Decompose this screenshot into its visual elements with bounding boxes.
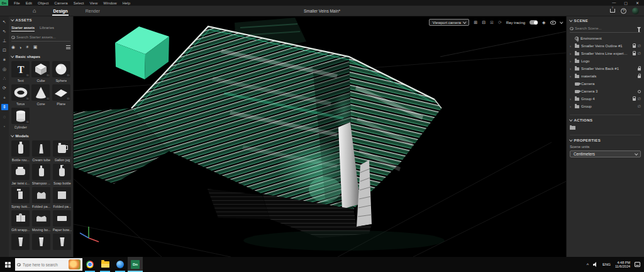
user-avatar[interactable] [632, 8, 639, 14]
taskbar-clock[interactable]: 4:48 PM 11/6/2024 [615, 261, 630, 269]
language-indicator[interactable]: ENG [602, 263, 611, 266]
select-tool-icon[interactable]: ↖ [1, 19, 8, 25]
denoise-icon[interactable]: ◈ [542, 20, 545, 25]
lights-filter-icon[interactable]: ☀ [25, 45, 29, 50]
asset-card-cone[interactable]: 3D Cone [31, 84, 50, 106]
direct-select-tool-icon[interactable]: ⇖ [1, 28, 8, 35]
asset-card-plane[interactable]: 3D Plane [52, 84, 70, 106]
menu-help[interactable]: Help [123, 1, 130, 5]
viewport-camera-dropdown[interactable]: Viewport camera [429, 19, 469, 26]
visibility-off-icon[interactable]: ∅ [638, 97, 641, 101]
sample-tool-icon[interactable]: ◎ [1, 66, 8, 72]
assets-search-input[interactable] [16, 35, 70, 39]
menu-edit[interactable]: Edit [26, 1, 32, 5]
list-view-icon[interactable] [66, 45, 70, 50]
expander-icon[interactable]: › [570, 59, 573, 63]
maximize-button[interactable]: ▢ [624, 1, 628, 5]
asset-card-model[interactable]: Gallon jug [53, 140, 72, 162]
asset-card-model[interactable]: Cream tube [32, 140, 51, 162]
ai-select-tool-icon[interactable]: ∴ [1, 76, 8, 82]
magic-wand-tool-icon[interactable]: ∗ [1, 57, 8, 63]
active-camera-icon[interactable] [638, 90, 641, 93]
expander-icon[interactable]: › [570, 105, 573, 108]
taskbar-search[interactable] [15, 258, 82, 271]
materials-filter-icon[interactable]: ◑ [19, 45, 21, 50]
asset-card-torus[interactable]: 3D Torus [11, 84, 30, 106]
taskbar-dimension-icon[interactable]: Dn [128, 257, 143, 272]
start-button[interactable] [0, 257, 15, 272]
asset-card-text[interactable]: T3D Text [11, 61, 30, 82]
scene-units-dropdown[interactable]: Centimeters [570, 150, 641, 157]
scene-search-input[interactable] [575, 26, 635, 30]
camera-add-icon[interactable]: ⊞ [474, 20, 477, 25]
actions-panel-header[interactable]: ACTIONS [570, 118, 641, 122]
asset-card-model[interactable]: Paper bow... [53, 210, 72, 232]
menu-object[interactable]: Object [38, 1, 48, 5]
filter-icon[interactable] [637, 27, 641, 30]
models-header[interactable]: Models [11, 133, 70, 138]
lock-icon[interactable] [633, 45, 636, 48]
align-to-ground-tool-icon[interactable]: ⊥ [1, 38, 8, 44]
menu-window[interactable]: Window [103, 1, 116, 5]
asset-card-model[interactable]: Moving bo... [32, 210, 51, 232]
scene-item-materials[interactable]: › materials [570, 72, 641, 80]
asset-card-cube[interactable]: 3D Cube [31, 61, 50, 82]
news-widget-thumbnail[interactable] [69, 259, 80, 269]
scene-panel-header[interactable]: SCENE [570, 19, 641, 23]
asset-card-model[interactable]: Folded pa... [32, 187, 51, 208]
home-icon[interactable]: ⌂ [33, 8, 36, 14]
scene-item-camera[interactable]: Camera [570, 80, 641, 88]
asset-card-model[interactable] [32, 234, 51, 250]
share-icon[interactable] [610, 9, 615, 13]
lock-icon[interactable] [633, 53, 636, 55]
asset-card-sphere[interactable]: 3D Sphere [52, 61, 70, 82]
hidden-icons-chevron[interactable]: ^ [587, 263, 589, 267]
menu-select[interactable]: Select [74, 1, 84, 5]
zoom-tool-icon[interactable]: ◌ [1, 113, 8, 120]
visibility-off-icon[interactable]: ∅ [638, 44, 641, 48]
asset-card-model[interactable]: Shampoo ... [32, 164, 51, 185]
help-icon[interactable]: ? [621, 8, 626, 14]
scene-item-environment[interactable]: Environment [570, 35, 641, 42]
tab-design[interactable]: Design [52, 6, 68, 16]
volume-icon[interactable] [593, 262, 598, 267]
taskbar-edge-icon[interactable] [113, 257, 128, 272]
scene-item-logo[interactable]: › Logo [570, 57, 641, 65]
menu-file[interactable]: File [14, 1, 20, 5]
asset-card-model[interactable]: Folded pa... [53, 187, 72, 208]
taskbar-explorer-icon[interactable] [97, 257, 113, 272]
expander-icon[interactable]: › [570, 52, 573, 55]
scene-item-group-4[interactable]: › Group 4 ∅ [570, 95, 641, 103]
tab-render[interactable]: Render [85, 6, 101, 16]
action-center-icon[interactable] [635, 262, 640, 267]
scene-item-camera-3[interactable]: Camera 3 [570, 88, 641, 95]
taskbar-search-input[interactable] [23, 263, 64, 267]
asset-card-model[interactable] [11, 234, 30, 250]
new-group-action-icon[interactable] [570, 126, 575, 130]
tab-starter-assets[interactable]: Starter assets [11, 26, 35, 31]
images-filter-icon[interactable]: ▣ [33, 45, 38, 50]
asset-card-model[interactable]: Soap bottle [53, 164, 72, 185]
taskbar-chrome-icon[interactable] [82, 257, 97, 272]
transform-tool-icon[interactable]: ⊡ [1, 47, 8, 54]
green-cube-bright[interactable] [115, 26, 169, 79]
expander-icon[interactable]: › [570, 44, 573, 48]
orbit-tool-icon[interactable]: ⟳ [1, 85, 8, 91]
view-options-eye-icon[interactable] [550, 21, 556, 25]
dolly-tool-icon[interactable]: ⇕ [1, 104, 8, 110]
menu-camera[interactable]: Camera [54, 1, 67, 5]
extra-tool-icon[interactable]: ◦ [1, 123, 8, 129]
scene-item-smaller-veins-back[interactable]: › Smaller Veins Back #1 [570, 65, 641, 72]
lock-icon[interactable] [633, 98, 636, 101]
ray-tracing-toggle[interactable] [530, 20, 538, 25]
visibility-off-icon[interactable]: ∅ [638, 105, 641, 108]
viewport-3d[interactable]: Viewport camera ⊞ ⊟ ⊠ ⟳ Ray tracing ◈ [74, 16, 566, 257]
scene-item-smaller-veins-line-experiment[interactable]: › Smaller Veins Line experiment #1 ∅ [570, 50, 641, 57]
asset-card-model[interactable]: Jar twist c... [11, 164, 30, 185]
asset-card-model[interactable]: Bottle rou... [11, 140, 30, 162]
tab-libraries[interactable]: Libraries [40, 26, 54, 31]
camera-frame-icon[interactable]: ⊟ [482, 20, 486, 25]
expander-icon[interactable]: › [570, 67, 573, 71]
models-filter-icon[interactable]: ◉ [11, 45, 15, 50]
visibility-off-icon[interactable]: ∅ [638, 52, 641, 55]
